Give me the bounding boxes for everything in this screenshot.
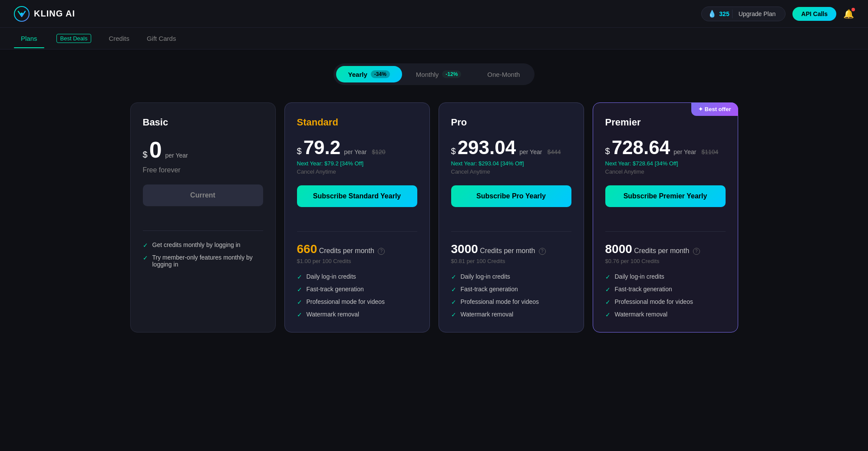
- card-pro: Pro $ 293.04 per Year $444 Next Year: $2…: [439, 102, 584, 332]
- price-period-pro: per Year: [519, 148, 542, 155]
- tab-gift-cards[interactable]: Gift Cards: [140, 29, 183, 48]
- credits-info-icon[interactable]: ?: [693, 248, 700, 255]
- feature-item: ✓ Professional mode for videos: [605, 298, 726, 306]
- monthly-discount: -12%: [442, 70, 461, 78]
- api-calls-button[interactable]: API Calls: [792, 7, 836, 21]
- pricing-cards: Basic $ 0 per Year Free forever Current …: [130, 102, 738, 332]
- main-content: Yearly -34% Monthly -12% One-Month Basic…: [0, 49, 868, 346]
- price-amount-standard: 79.2: [304, 137, 341, 158]
- feature-item: ✓ Fast-track generation: [605, 286, 726, 293]
- logo-text: KLING AI: [34, 9, 75, 19]
- feature-item: ✓ Professional mode for videos: [297, 298, 417, 306]
- upgrade-plan-button[interactable]: Upgrade Plan: [735, 10, 779, 17]
- check-icon: ✓: [297, 273, 302, 280]
- price-amount-basic: 0: [149, 137, 162, 163]
- feature-text: Professional mode for videos: [615, 298, 693, 305]
- check-icon: ✓: [297, 299, 302, 306]
- subscribe-pro-button[interactable]: Subscribe Pro Yearly: [451, 185, 571, 207]
- price-dollar-premier: $: [605, 146, 610, 156]
- feature-item: ✓ Fast-track generation: [297, 286, 417, 293]
- price-dollar-basic: $: [143, 150, 148, 160]
- feature-text: Professional mode for videos: [307, 298, 385, 305]
- feature-list-basic: ✓ Get credits monthly by logging in ✓ Tr…: [143, 241, 263, 268]
- price-note-standard: Next Year: $79.2 [34% Off]: [297, 160, 417, 167]
- credits-per-premier: $0.76 per 100 Credits: [605, 258, 726, 264]
- divider-pro: [451, 231, 571, 232]
- card-basic: Basic $ 0 per Year Free forever Current …: [130, 102, 276, 332]
- header: KLING AI 💧 325 Upgrade Plan API Calls 🔔: [0, 0, 868, 28]
- plan-title-standard: Standard: [297, 117, 417, 128]
- feature-item: ✓ Daily log-in credits: [297, 273, 417, 280]
- check-icon: ✓: [605, 311, 611, 318]
- best-offer-badge: ✦ Best offer: [691, 102, 738, 116]
- feature-item: ✓ Watermark removal: [605, 311, 726, 318]
- credits-row-pro: 3000 Credits per month ?: [451, 242, 571, 256]
- plan-title-premier: Premier: [605, 117, 726, 128]
- feature-text: Watermark removal: [461, 311, 514, 318]
- yearly-label: Yearly: [348, 71, 367, 78]
- credits-label-standard: Credits per month: [319, 247, 374, 254]
- feature-text: Try member-only features monthly by logg…: [152, 254, 263, 268]
- check-icon: ✓: [297, 311, 302, 318]
- credits-badge: 💧 325 Upgrade Plan: [701, 7, 785, 21]
- price-dollar-standard: $: [297, 146, 302, 156]
- feature-item: ✓ Watermark removal: [451, 311, 571, 318]
- tab-best-deals[interactable]: Best Deals: [48, 28, 99, 49]
- divider-premier: [605, 231, 726, 232]
- price-row-pro: $ 293.04 per Year $444: [451, 137, 571, 158]
- billing-one-month[interactable]: One-Month: [475, 66, 532, 82]
- tab-credits[interactable]: Credits: [102, 29, 136, 48]
- feature-item: ✓ Try member-only features monthly by lo…: [143, 254, 263, 268]
- price-row-basic: $ 0 per Year: [143, 137, 263, 163]
- price-note-premier: Next Year: $728.64 [34% Off]: [605, 160, 726, 167]
- cancel-premier: Cancel Anytime: [605, 168, 726, 175]
- divider-standard: [297, 231, 417, 232]
- price-row-standard: $ 79.2 per Year $120: [297, 137, 417, 158]
- logo: KLING AI: [14, 6, 75, 22]
- check-icon: ✓: [451, 311, 456, 318]
- subscribe-premier-button[interactable]: Subscribe Premier Yearly: [605, 185, 726, 207]
- price-amount-premier: 728.64: [612, 137, 670, 158]
- price-period-basic: per Year: [165, 152, 188, 159]
- cancel-pro: Cancel Anytime: [451, 168, 571, 175]
- divider: [732, 10, 733, 18]
- feature-text: Watermark removal: [307, 311, 360, 318]
- check-icon: ✓: [297, 286, 302, 293]
- credits-count: 325: [719, 10, 729, 17]
- free-label: Free forever: [143, 166, 263, 174]
- check-icon: ✓: [605, 286, 611, 293]
- check-icon: ✓: [451, 299, 456, 306]
- one-month-label: One-Month: [487, 71, 520, 78]
- notification-bell[interactable]: 🔔: [843, 9, 854, 19]
- credits-info-icon[interactable]: ?: [378, 248, 385, 255]
- divider-basic: [143, 230, 263, 231]
- feature-item: ✓ Watermark removal: [297, 311, 417, 318]
- price-original-pro: $444: [547, 148, 561, 155]
- logo-icon: [14, 6, 30, 22]
- feature-text: Professional mode for videos: [461, 298, 539, 305]
- billing-monthly[interactable]: Monthly -12%: [404, 66, 474, 82]
- credits-amount-pro: 3000: [451, 242, 478, 256]
- credits-info-icon[interactable]: ?: [539, 248, 546, 255]
- check-icon: ✓: [143, 254, 148, 261]
- credits-amount-standard: 660: [297, 242, 317, 256]
- credits-per-pro: $0.81 per 100 Credits: [451, 258, 571, 264]
- subscribe-standard-button[interactable]: Subscribe Standard Yearly: [297, 185, 417, 207]
- plan-title-basic: Basic: [143, 117, 263, 128]
- feature-item: ✓ Daily log-in credits: [451, 273, 571, 280]
- billing-yearly[interactable]: Yearly -34%: [336, 66, 402, 82]
- feature-item: ✓ Professional mode for videos: [451, 298, 571, 306]
- credits-row-standard: 660 Credits per month ?: [297, 242, 417, 256]
- billing-toggle: Yearly -34% Monthly -12% One-Month: [333, 63, 535, 85]
- feature-text: Get credits monthly by logging in: [152, 241, 241, 248]
- flame-icon: 💧: [708, 10, 716, 18]
- plan-title-pro: Pro: [451, 117, 571, 128]
- credits-label-premier: Credits per month: [634, 247, 689, 254]
- credits-label-pro: Credits per month: [480, 247, 535, 254]
- price-row-premier: $ 728.64 per Year $1104: [605, 137, 726, 158]
- feature-text: Fast-track generation: [307, 286, 364, 293]
- tab-plans[interactable]: Plans: [14, 29, 44, 48]
- card-standard: Standard $ 79.2 per Year $120 Next Year:…: [284, 102, 430, 332]
- monthly-label: Monthly: [416, 71, 439, 78]
- price-original-premier: $1104: [701, 148, 718, 155]
